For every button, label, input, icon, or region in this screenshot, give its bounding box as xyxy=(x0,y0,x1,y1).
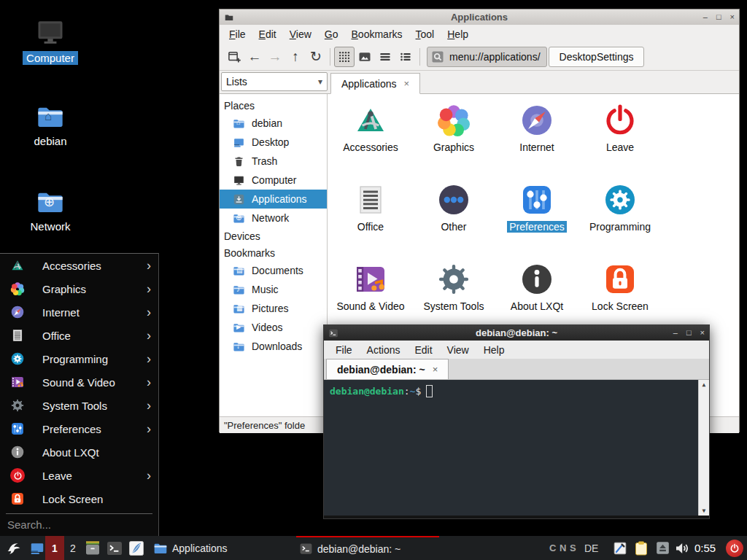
power-icon xyxy=(603,103,638,138)
task-terminal[interactable]: debian@debian: ~ xyxy=(296,536,439,560)
file-manager-titlebar[interactable]: Applications – □ × xyxy=(220,9,739,25)
clock[interactable]: 0:55 xyxy=(694,536,716,560)
menu-item-graphics[interactable]: Graphics › xyxy=(0,277,158,300)
icon-view-button[interactable] xyxy=(334,47,355,67)
sidebar-item-documents[interactable]: ▤ Documents xyxy=(220,261,327,280)
grid-item-internet[interactable]: Internet xyxy=(495,101,578,181)
sidebar-item-computer[interactable]: Computer xyxy=(220,171,327,190)
menu-actions[interactable]: Actions xyxy=(360,342,408,358)
indicator-capslock[interactable]: C xyxy=(549,536,556,560)
grid-item-accessories[interactable]: Accessories xyxy=(329,101,412,181)
compact-view-button[interactable] xyxy=(375,47,395,67)
refresh-button[interactable]: ↻ xyxy=(306,47,326,67)
menu-item-office[interactable]: Office › xyxy=(0,324,158,347)
desktop-icon-computer[interactable]: Computer xyxy=(10,16,90,65)
desktop-icon-label: Network xyxy=(26,219,74,233)
desktop-icon-network[interactable]: ⊕ Network xyxy=(10,187,90,233)
indicator-scrolllock[interactable]: S xyxy=(570,536,576,560)
sidebar-item-videos[interactable]: ▶ Videos xyxy=(220,318,327,337)
volume-button[interactable] xyxy=(673,536,692,560)
quicklaunch-terminal[interactable] xyxy=(104,536,125,560)
task-applications[interactable]: Applications xyxy=(150,536,267,560)
close-button[interactable]: × xyxy=(730,13,735,21)
terminal-scrollbar[interactable]: ▲ ▼ xyxy=(698,380,709,516)
keyboard-layout-indicator[interactable]: DE xyxy=(584,536,598,560)
back-button[interactable]: ← xyxy=(244,47,265,67)
forward-button[interactable]: → xyxy=(265,47,285,67)
grid-item-programming[interactable]: Programming xyxy=(578,181,662,260)
workspace-2-button[interactable]: 2 xyxy=(66,536,80,560)
quicklaunch-featherpad[interactable] xyxy=(126,536,147,560)
scroll-up-icon[interactable]: ▲ xyxy=(703,381,706,388)
maximize-button[interactable]: □ xyxy=(686,329,692,337)
workspace-1-button[interactable]: 1 xyxy=(45,536,64,560)
thumbnail-view-button[interactable] xyxy=(355,47,375,67)
indicator-numlock[interactable]: N xyxy=(560,536,566,560)
tab-applications[interactable]: Applications × xyxy=(330,73,420,94)
desktop-icon-debian[interactable]: ⌂ debian xyxy=(10,102,90,148)
menu-help[interactable]: Help xyxy=(476,342,512,358)
submenu-arrow-icon: › xyxy=(147,422,151,435)
show-desktop-button[interactable] xyxy=(28,536,47,560)
menu-go[interactable]: Go xyxy=(318,26,345,42)
up-button[interactable]: ↑ xyxy=(285,47,306,67)
grid-item-leave[interactable]: Leave xyxy=(578,101,662,181)
sidebar-mode-combo[interactable]: Lists ▾ xyxy=(221,72,328,91)
menu-view[interactable]: View xyxy=(283,26,318,42)
desktop-settings-button[interactable]: DesktopSettings xyxy=(549,47,645,67)
grid-item-office[interactable]: Office xyxy=(329,181,412,260)
file-manager-menubar: File Edit View Go Bookmarks Tool Help xyxy=(220,25,739,43)
removable-media-tray-icon[interactable] xyxy=(654,536,671,560)
close-button[interactable]: × xyxy=(700,329,705,337)
menu-item-sound-video[interactable]: Sound & Video › xyxy=(0,370,158,394)
new-tab-button[interactable] xyxy=(224,47,244,67)
menu-item-accessories[interactable]: Accessories › xyxy=(0,254,158,277)
sidebar-item-trash[interactable]: Trash xyxy=(220,152,327,171)
clipboard-tray-icon[interactable] xyxy=(632,536,651,560)
quicklaunch-file-manager[interactable] xyxy=(82,536,103,560)
menu-view[interactable]: View xyxy=(440,342,476,358)
tab-close-icon[interactable]: × xyxy=(404,78,410,89)
sidebar-item-music[interactable]: ♪ Music xyxy=(220,280,327,299)
path-bar[interactable]: menu://applications/ xyxy=(427,47,547,67)
minimize-button[interactable]: – xyxy=(673,329,678,337)
tab-close-icon[interactable]: × xyxy=(433,364,438,375)
terminal-view[interactable]: debian@debian:~$ ▲ ▼ xyxy=(324,380,709,516)
grid-item-preferences[interactable]: Preferences xyxy=(495,181,578,260)
grid-item-other[interactable]: Other xyxy=(412,181,495,260)
search-input[interactable] xyxy=(0,514,158,535)
menu-file[interactable]: File xyxy=(222,26,252,42)
scroll-down-icon[interactable]: ▼ xyxy=(703,508,706,514)
menu-file[interactable]: File xyxy=(328,342,360,358)
menu-item-internet[interactable]: Internet › xyxy=(0,300,158,324)
sidebar-item-network[interactable]: ⊕ Network xyxy=(220,209,327,228)
sidebar-item-desktop[interactable]: Desktop xyxy=(220,133,327,152)
menu-help[interactable]: Help xyxy=(441,26,475,42)
sidebar-item-debian[interactable]: ⌂ debian xyxy=(220,114,327,133)
menu-item-preferences[interactable]: Preferences › xyxy=(0,417,158,440)
menu-item-system-tools[interactable]: System Tools › xyxy=(0,394,158,417)
menu-edit[interactable]: Edit xyxy=(407,342,439,358)
minimize-button[interactable]: – xyxy=(703,13,708,21)
sidebar-item-pictures[interactable]: ▦ Pictures xyxy=(220,299,327,318)
taskbar: 1 2 Applications debian@debian: ~ C N S … xyxy=(0,536,747,560)
app-menu-button[interactable] xyxy=(4,536,25,560)
menu-item-about-lxqt[interactable]: About LXQt xyxy=(0,440,158,464)
leave-button[interactable] xyxy=(724,536,745,560)
grid-item-label: Office xyxy=(357,221,384,233)
grid-item-graphics[interactable]: Graphics xyxy=(412,101,495,181)
sidebar-item-applications[interactable]: Applications xyxy=(220,190,327,209)
menu-tool[interactable]: Tool xyxy=(409,26,441,42)
menu-bookmarks[interactable]: Bookmarks xyxy=(345,26,409,42)
maximize-button[interactable]: □ xyxy=(716,13,721,21)
menu-item-lock-screen[interactable]: Lock Screen xyxy=(0,487,158,510)
sidebar-item-downloads[interactable]: ↓ Downloads xyxy=(220,337,327,356)
terminal-titlebar[interactable]: debian@debian: ~ – □ × xyxy=(324,325,709,341)
menu-edit[interactable]: Edit xyxy=(252,26,283,42)
tab-terminal-session[interactable]: debian@debian: ~ × xyxy=(326,359,449,379)
menu-item-leave[interactable]: Leave › xyxy=(0,464,158,487)
screenshot-tray-icon[interactable] xyxy=(611,536,629,560)
videos-folder-icon xyxy=(233,322,245,334)
menu-item-programming[interactable]: Programming › xyxy=(0,347,158,370)
detailed-view-button[interactable] xyxy=(395,47,416,67)
